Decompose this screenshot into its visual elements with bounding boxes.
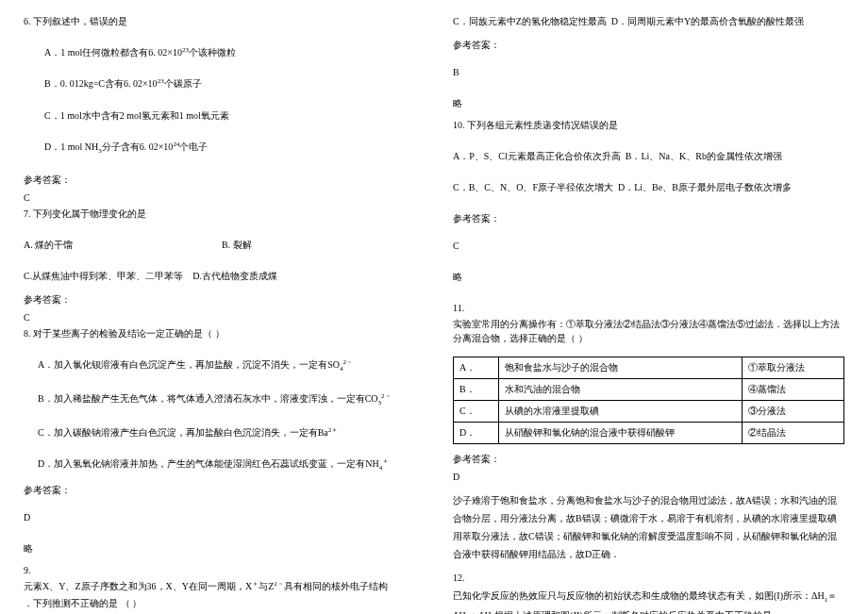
q10-stem: 10. 下列各组元素性质递变情况错误的是 [453, 118, 844, 132]
cell: B． [454, 379, 499, 401]
q9-lue: 略 [453, 96, 844, 110]
cell: ①萃取分液法 [743, 357, 844, 379]
cell: ②结晶法 [743, 423, 844, 444]
cell: ③分液法 [743, 401, 844, 423]
q9-answer-label: 参考答案： [453, 38, 844, 52]
q9-num: 9. [24, 563, 415, 577]
q8-stem: 8. 对于某些离子的检验及结论一定正确的是（ ） [24, 326, 415, 340]
q11-num: 11. [453, 301, 844, 315]
q8-opt-a: A．加入氯化钡溶液有白色沉淀产生，再加盐酸，沉淀不消失，一定有SO42－ [24, 357, 415, 374]
q7-answer: C [24, 310, 415, 324]
cell: A． [454, 357, 499, 379]
q9-opts-cd: C．同族元素中Z的氢化物稳定性最高 D．同周期元素中Y的最高价含氧酸的酸性最强 [453, 14, 844, 28]
q6-opt-c: C．1 mol水中含有2 mol氢元素和1 mol氧元素 [24, 108, 415, 123]
q10-answer-label: 参考答案： [453, 211, 844, 225]
q11-table: A． 饱和食盐水与沙子的混合物 ①萃取分液法 B． 水和汽油的混合物 ④蒸馏法 … [453, 357, 844, 444]
q8-answer-label: 参考答案： [24, 483, 415, 497]
q7-answer-label: 参考答案： [24, 292, 415, 307]
q10-lue: 略 [453, 270, 844, 284]
cell: C． [454, 401, 499, 423]
cell: 饱和食盐水与沙子的混合物 [499, 357, 743, 379]
q6-answer-label: 参考答案： [24, 173, 415, 187]
table-row: D． 从硝酸钾和氯化钠的混合液中获得硝酸钾 ②结晶法 [454, 423, 844, 444]
q8-opt-b: B．加入稀盐酸产生无色气体，将气体通入澄清石灰水中，溶液变浑浊，一定有CO32－ [24, 391, 415, 408]
q7-stem: 7. 下列变化属于物理变化的是 [24, 207, 415, 221]
q9-stem2: ．下列推测不正确的是 （ ） [24, 596, 415, 610]
q10-answer: C [453, 239, 844, 253]
cell: D． [454, 423, 499, 444]
q10-opts-ab: A．P、S、Cl元素最高正化合价依次升高 B．Li、Na、K、Rb的金属性依次增… [453, 149, 844, 163]
q6-opt-a: A．1 mol任何微粒都含有6. 02×1023个该种微粒 [24, 45, 415, 59]
q12-stem: 已知化学反应的热效应只与反应物的初始状态和生成物的最终状态有关，如图(I)所示：… [453, 587, 844, 614]
cell: 从硝酸钾和氯化钠的混合液中获得硝酸钾 [499, 423, 743, 444]
q9-stem1: 元素X、Y、Z原子序数之和为36，X、Y在同一周期，X＋与Z2－具有相同的核外电… [24, 579, 415, 593]
q6-answer: C [24, 191, 415, 205]
table-row: A． 饱和食盐水与沙子的混合物 ①萃取分液法 [454, 357, 844, 379]
q8-opt-c: C．加入碳酸钠溶液产生白色沉淀，再加盐酸白色沉淀消失，一定有Ba2＋ [24, 425, 415, 440]
table-row: B． 水和汽油的混合物 ④蒸馏法 [454, 379, 844, 401]
q11-answer: D [453, 470, 844, 484]
q11-explain: 沙子难溶于饱和食盐水，分离饱和食盐水与沙子的混合物用过滤法，故A错误；水和汽油的… [453, 491, 844, 563]
q6-opt-d: D．1 mol NH3分子含有6. 02×1024个电子 [24, 140, 415, 157]
cell: 水和汽油的混合物 [499, 379, 743, 401]
q8-lue: 略 [24, 541, 415, 556]
q11-answer-label: 参考答案： [453, 452, 844, 466]
table-row: C． 从碘的水溶液里提取碘 ③分液法 [454, 401, 844, 423]
q7-opts-ab: A. 煤的干馏B. 裂解 [24, 238, 415, 252]
q8-answer: D [24, 510, 415, 524]
q11-stem: 实验室常用的分离操作有：①萃取分液法②结晶法③分液法④蒸馏法⑤过滤法．选择以上方… [453, 317, 844, 345]
q9-answer: B [453, 65, 844, 79]
q12-num: 12. [453, 571, 844, 585]
q6-stem: 6. 下列叙述中，错误的是 [24, 14, 415, 28]
q6-opt-b: B．0. 012kg=C含有6. 02×1023个碳原子 [24, 76, 415, 91]
cell: 从碘的水溶液里提取碘 [499, 401, 743, 423]
q8-opt-d: D．加入氢氧化钠溶液并加热，产生的气体能使湿润红色石蕊试纸变蓝，一定有NH4＋ [24, 456, 415, 473]
cell: ④蒸馏法 [743, 379, 844, 401]
q10-opts-cd: C．B、C、N、O、F原子半径依次增大 D．Li、Be、B原子最外层电子数依次增… [453, 180, 844, 194]
q7-opts-cd: C.从煤焦油中得到苯、甲苯、二甲苯等 D.古代植物变质成煤 [24, 269, 415, 283]
